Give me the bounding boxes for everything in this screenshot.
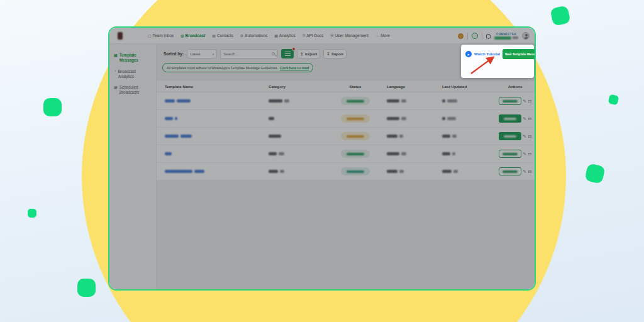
watch-tutorial-link[interactable]: Watch Tutorial <box>474 52 500 56</box>
spotlight-card: ▶ Watch Tutorial New Template Message <box>461 45 534 78</box>
play-icon: ▶ <box>465 51 472 57</box>
green-blob-decoration <box>550 5 570 26</box>
new-template-message-button[interactable]: New Template Message <box>502 49 536 59</box>
green-blob-decoration <box>77 279 96 297</box>
app-window: ▢Team Inbox◎Broadcast▤Contacts⚙Automatio… <box>108 26 536 291</box>
green-blob-decoration <box>28 209 36 218</box>
green-blob-decoration <box>608 94 619 105</box>
green-blob-decoration <box>584 163 605 184</box>
green-blob-decoration <box>43 98 62 116</box>
